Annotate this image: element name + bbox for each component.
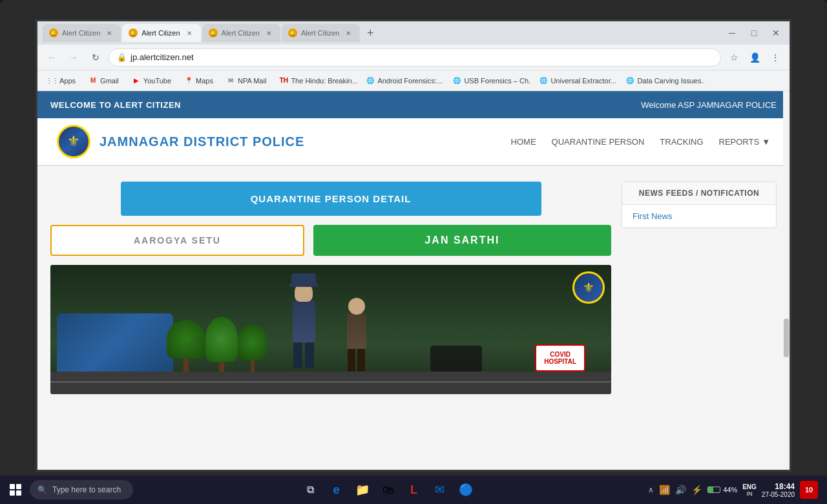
welcome-text: WELCOME TO ALERT CITIZEN [50,100,181,110]
hero-scene: COVID HOSPITAL ⚜ [50,265,611,394]
tab-close-4[interactable]: ✕ [343,28,353,38]
bookmark-universal-label: Universal Extractor... [550,77,616,85]
bookmark-android-forensics[interactable]: 🌐 Android Forensics:... [361,74,445,87]
bookmark-universal-extractor[interactable]: 🌐 Universal Extractor... [534,74,618,87]
volume-icon[interactable]: 🔊 [675,485,686,495]
bookmark-youtube[interactable]: ▶ YouTube [127,74,176,87]
hero-badge-symbol: ⚜ [583,280,594,295]
usb-forensics-icon: 🌐 [452,76,461,85]
svg-rect-0 [10,484,15,489]
notification-center-button[interactable]: 10 [800,481,818,499]
police-logo-area: ⚜ JAMNAGAR DISTRICT POLICE [57,125,304,158]
lock-icon: 🔒 [117,53,127,62]
jan-sarthi-button[interactable]: JAN SARTHI [313,225,611,256]
quarantine-person-detail-button[interactable]: QUARANTINE PERSON DETAIL [121,182,541,216]
microsoft-store-button[interactable]: 🛍 [377,478,400,501]
user-profile-button[interactable]: 👤 [746,48,764,67]
network-icon[interactable]: 📶 [659,485,670,495]
edge-icon: e [333,483,340,497]
browser-window: 🔔 Alert Citizen ✕ 🔔 Alert Citizen ✕ 🔔 Al… [37,21,790,470]
chevron-up-icon[interactable]: ∧ [648,485,654,494]
tab-label-1: Alert Citizen [62,29,100,37]
tab-4[interactable]: 🔔 Alert Citizen ✕ [282,24,360,42]
covid-hospital-sign: COVID HOSPITAL [535,344,585,372]
tabs-row: 🔔 Alert Citizen ✕ 🔔 Alert Citizen ✕ 🔔 Al… [43,24,716,42]
welcome-user-text: Welcome ASP JAMNAGAR POLICE [641,100,777,110]
bookmark-gmail-label: Gmail [100,77,119,85]
file-explorer-icon: 📁 [355,483,370,497]
bookmark-gmail[interactable]: M Gmail [83,74,124,87]
minimize-button[interactable]: ─ [724,25,740,41]
language-indicator[interactable]: ENG IN [742,483,757,497]
menu-button[interactable]: ⋮ [766,48,784,67]
nav-reports[interactable]: REPORTS ▼ [719,137,770,147]
mail-button[interactable]: ✉ [428,478,452,501]
chrome-button[interactable]: 🔵 [454,478,477,501]
tree-2 [205,317,238,372]
tab-close-1[interactable]: ✕ [104,28,114,38]
bookmark-star-button[interactable]: ☆ [725,48,743,67]
tab-close-2[interactable]: ✕ [184,28,194,38]
forward-button[interactable]: → [65,48,83,67]
police-name: JAMNAGAR DISTRICT POLICE [99,134,304,149]
main-content: QUARANTINE PERSON DETAIL AAROGYA SETU JA… [37,166,790,410]
scroll-thumb[interactable] [784,319,789,357]
news-feed-item-1[interactable]: First News [622,205,776,227]
country-code: IN [742,490,757,497]
battery-bar [707,487,720,493]
clock-date: 27-05-2020 [762,491,795,498]
police-navigation: HOME QUARANTINE PERSON TRACKING REPORTS … [511,137,770,147]
title-bar: 🔔 Alert Citizen ✕ 🔔 Alert Citizen ✕ 🔔 Al… [37,21,790,45]
file-explorer-button[interactable]: 📁 [351,478,374,501]
tab-1[interactable]: 🔔 Alert Citizen ✕ [43,24,121,42]
bookmark-usb-forensics[interactable]: 🌐 USB Forensics – Ch... [447,74,531,87]
bookmark-apps[interactable]: ⋮⋮ Apps [43,74,81,87]
aarogya-setu-button[interactable]: AAROGYA SETU [50,225,304,256]
task-view-button[interactable]: ⧉ [299,478,322,501]
tab-favicon-4: 🔔 [288,28,297,37]
tab-3[interactable]: 🔔 Alert Citizen ✕ [202,24,280,42]
universal-extractor-icon: 🌐 [539,76,548,85]
tent-structure [57,313,173,372]
bookmark-hindu[interactable]: TH The Hindu: Breakin... [274,74,358,87]
vehicle-silhouette [430,346,482,372]
close-button[interactable]: ✕ [768,25,784,41]
address-bar-row: ← → ↻ 🔒 jp.alertcitizen.net ☆ 👤 ⋮ [37,45,790,70]
lenovo-vantage-button[interactable]: L [403,478,426,501]
new-tab-button[interactable]: + [361,24,379,42]
microsoft-edge-button[interactable]: e [325,478,348,501]
nav-tracking[interactable]: TRACKING [660,137,703,147]
reports-chevron-icon: ▼ [762,137,770,147]
search-bar-text: Type here to search [52,485,121,494]
taskbar-search-bar[interactable]: 🔍 Type here to search [30,480,133,499]
power-icon[interactable]: ⚡ [691,485,702,495]
windows-start-button[interactable] [4,478,27,501]
bookmark-npa-mail[interactable]: ✉ NPA Mail [221,74,271,87]
screen: 🔔 Alert Citizen ✕ 🔔 Alert Citizen ✕ 🔔 Al… [36,19,791,472]
police-logo-symbol: ⚜ [67,133,80,150]
address-bar[interactable]: 🔒 jp.alertcitizen.net [109,48,721,67]
bookmark-apps-label: Apps [59,77,76,85]
nav-home[interactable]: HOME [511,137,536,147]
hero-police-badge: ⚜ [572,271,605,304]
nav-quarantine[interactable]: QUARANTINE PERSON [552,137,645,147]
bookmark-data-carving[interactable]: 🌐 Data Carving Issues... [620,74,704,87]
right-sidebar: NEWS FEEDS / NOTIFICATION First News [622,182,777,394]
second-person-figure [342,313,371,372]
battery-percent: 44% [723,486,737,494]
laptop-frame: 🔔 Alert Citizen ✕ 🔔 Alert Citizen ✕ 🔔 Al… [0,0,827,504]
left-content: QUARANTINE PERSON DETAIL AAROGYA SETU JA… [50,182,611,394]
clock-display[interactable]: 18:44 27-05-2020 [762,482,795,498]
battery-indicator[interactable]: 44% [707,486,737,494]
police-officer-figure [286,300,322,372]
bookmark-npa-label: NPA Mail [238,77,266,85]
tab-close-3[interactable]: ✕ [264,28,274,38]
maximize-button[interactable]: □ [746,25,762,41]
bookmark-maps[interactable]: 📍 Maps [179,74,218,87]
tab-label-2: Alert Citizen [141,29,180,37]
back-button[interactable]: ← [43,48,61,67]
refresh-button[interactable]: ↻ [87,48,105,67]
data-carving-icon: 🌐 [625,76,634,85]
tab-2-active[interactable]: 🔔 Alert Citizen ✕ [122,24,200,42]
svg-rect-2 [10,490,15,496]
